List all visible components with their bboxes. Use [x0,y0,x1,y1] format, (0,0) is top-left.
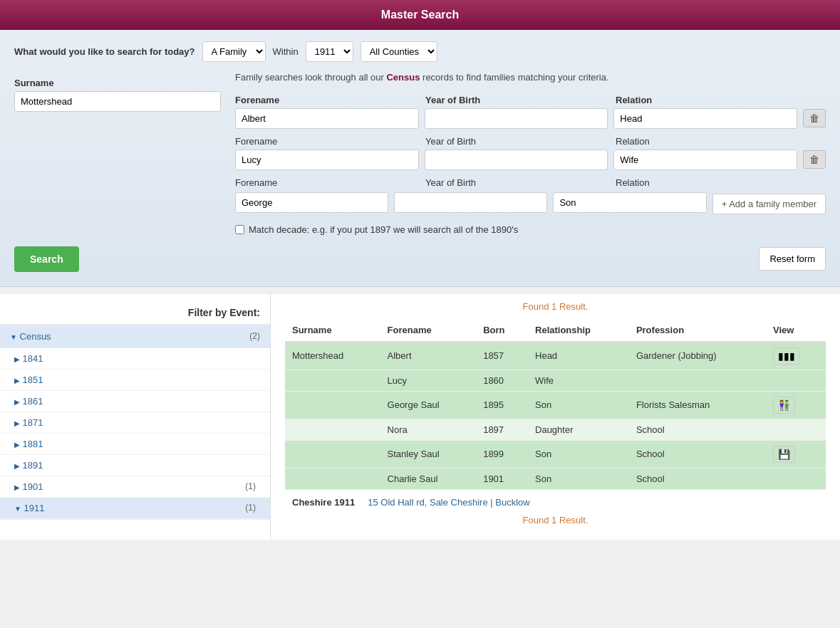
view-cell [766,370,826,391]
year-item-1891[interactable]: 1891 [0,455,270,476]
results-area: Filter by Event: Census (2) 1841 1851 18… [0,294,840,540]
forename-input-3[interactable] [235,192,388,213]
census-count: (2) [249,331,260,341]
family-row-1: 🗑 [235,108,826,129]
year-1871-chevron [14,417,20,428]
relation-input-2[interactable] [613,150,797,170]
yob-label-3: Year of Birth [425,177,610,188]
county-select[interactable]: All Counties [361,41,437,62]
cell-1: Stanley Saul [380,440,477,468]
cell-2: 1901 [476,468,528,489]
relation-col-header: Relation [616,95,800,105]
found-result-top: Found 1 Result. [285,301,826,312]
view-record-button[interactable]: ▮▮▮ [773,347,800,365]
yob-input-3[interactable] [394,192,547,213]
yob-input-2[interactable] [425,150,608,170]
search-actions: Search Reset form [14,246,826,272]
year-1911-chevron [14,503,21,513]
year-1891-chevron [14,460,20,471]
main-results: Found 1 Result. Surname Forename Born Re… [271,294,840,540]
cell-0 [285,468,380,489]
delete-row-1-button[interactable]: 🗑 [803,109,826,127]
year-1861-chevron [14,396,20,407]
year-1851-chevron [14,375,20,385]
forename-input-1[interactable] [235,108,419,129]
relation-input-3[interactable] [553,192,706,213]
yob-input-1[interactable] [425,108,608,129]
search-panel: What would you like to search for today?… [0,30,840,287]
year-1911-count: (1) [245,503,256,513]
cell-4: Gardener (Jobbing) [629,342,766,370]
cell-2: 1897 [476,419,528,440]
cell-2: 1899 [476,440,528,468]
year-item-1911[interactable]: 1911 (1) [0,498,270,519]
view-cell: 💾 [766,440,826,468]
source-address[interactable]: 15 Old Hall rd, Sale Cheshire | Bucklow [368,497,529,508]
table-row: Lucy1860Wife [285,370,826,391]
cell-3: Wife [528,370,629,391]
table-row: George Saul1895SonFlorists Salesman👫 [285,391,826,419]
cell-4: Florists Salesman [629,391,766,419]
year-1881-chevron [14,439,20,449]
table-row: Nora1897DaughterSchool [285,419,826,440]
match-decade-checkbox[interactable] [235,225,244,234]
year-item-1861[interactable]: 1861 [0,391,270,412]
cell-0 [285,391,380,419]
cell-3: Son [528,440,629,468]
family-row-headers: Forename Year of Birth Relation [235,95,826,105]
year-select[interactable]: 1911 [306,41,353,62]
view-cell [766,419,826,440]
within-label: Within [273,46,299,57]
year-1901-chevron [14,481,20,492]
cell-4: School [629,419,766,440]
results-table: Surname Forename Born Relationship Profe… [285,319,826,490]
view-record-button[interactable]: 💾 [773,446,795,463]
census-notice: Family searches look through all our Cen… [235,70,826,85]
view-record-button[interactable]: 👫 [773,397,795,414]
search-type-select[interactable]: A Family [202,41,266,62]
col-header-surname: Surname [285,319,380,342]
year-item-1881[interactable]: 1881 [0,434,270,455]
forename-label-3: Forename [235,177,420,188]
cell-4: School [629,440,766,468]
col-header-forename: Forename [380,319,477,342]
family-row-2-labels: Forename Year of Birth Relation [235,136,826,147]
cell-4 [629,370,766,391]
add-family-member-button[interactable]: + Add a family member [712,194,826,214]
forename-input-2[interactable] [235,150,419,170]
cell-1: George Saul [380,391,477,419]
census-group-header[interactable]: Census (2) [0,325,270,348]
year-item-1841[interactable]: 1841 [0,348,270,370]
census-chevron-icon [10,331,17,342]
surname-input[interactable] [14,91,221,112]
cell-0 [285,440,380,468]
table-row: MottersheadAlbert1857HeadGardener (Jobbi… [285,342,826,370]
cell-0 [285,419,380,440]
col-header-profession: Profession [629,319,766,342]
search-body: Surname Family searches look through all… [14,70,826,235]
search-button[interactable]: Search [14,246,79,272]
year-item-1851[interactable]: 1851 [0,370,270,391]
col-header-born: Born [476,319,528,342]
cell-1: Charlie Saul [380,468,477,489]
cell-1: Lucy [380,370,477,391]
table-row: Charlie Saul1901SonSchool [285,468,826,489]
yob-label-2: Year of Birth [425,136,610,147]
year-item-1901[interactable]: 1901 (1) [0,476,270,498]
page-header: Master Search [0,0,840,30]
cell-0 [285,370,380,391]
cell-3: Daughter [528,419,629,440]
view-cell: 👫 [766,391,826,419]
left-column: Surname [14,70,221,235]
family-row-2: 🗑 [235,150,826,170]
forename-col-header: Forename [235,95,420,105]
year-item-1871[interactable]: 1871 [0,412,270,434]
cell-2: 1895 [476,391,528,419]
relation-input-1[interactable] [613,108,797,129]
cell-3: Head [528,342,629,370]
filter-title: Filter by Event: [0,301,270,325]
delete-row-2-button[interactable]: 🗑 [803,150,826,169]
match-decade-label: Match decade: e.g. if you put 1897 we wi… [249,224,518,235]
reset-form-button[interactable]: Reset form [759,247,826,271]
cell-2: 1857 [476,342,528,370]
